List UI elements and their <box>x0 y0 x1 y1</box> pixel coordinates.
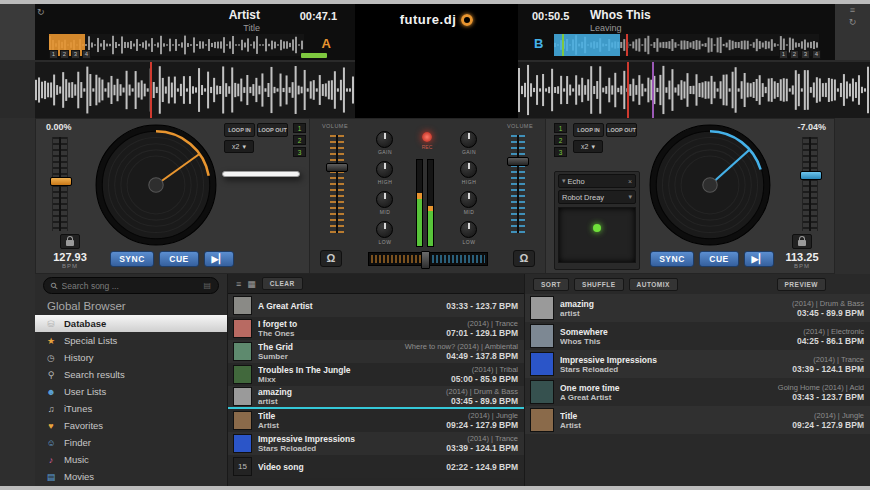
crossfader-handle[interactable] <box>421 251 430 269</box>
sidebar-item[interactable]: ⛁ Database <box>35 315 227 332</box>
deck-a-volume-handle[interactable] <box>326 163 348 172</box>
keylock-button[interactable] <box>60 234 80 249</box>
close-icon[interactable]: × <box>628 178 632 185</box>
table-row[interactable]: amazing artist (2014) | Drum & Bass 03:4… <box>228 386 524 409</box>
fx-slot-2-select[interactable]: Robot Dreay ▾ <box>558 190 636 204</box>
sync-button[interactable]: SYNC <box>650 251 694 267</box>
menu-icon[interactable]: ≡ <box>236 279 241 289</box>
track-list: A Great Artist 03:33 - 123.7 BPM I forge… <box>228 294 524 478</box>
low-eq-knob-a[interactable] <box>376 221 393 238</box>
deck-b-volume-handle[interactable] <box>507 157 529 166</box>
sidebar-item[interactable]: ♥ Favorites <box>35 417 227 434</box>
play-pause-button[interactable]: ▶▏ <box>744 251 774 267</box>
cue-slot-2[interactable]: 2 <box>554 135 567 145</box>
loop-out-button[interactable]: LOOP OUT <box>606 123 637 137</box>
track-artist: Artist <box>258 421 440 430</box>
fx-xy-pad[interactable] <box>558 207 636 263</box>
mid-eq-knob-b[interactable] <box>460 191 477 208</box>
clear-button[interactable]: CLEAR <box>262 277 303 290</box>
crossfader[interactable] <box>368 252 488 266</box>
loop-in-button[interactable]: LOOP IN <box>573 123 604 137</box>
sidebar-item[interactable]: ♪ Music <box>35 451 227 468</box>
deck-a-scroll-waveform[interactable] <box>35 62 355 118</box>
hotcue-4-button[interactable]: 4 <box>812 50 821 59</box>
table-row[interactable]: Title Artist (2014) | Jungle 09:24 - 127… <box>525 406 870 434</box>
table-row[interactable]: Somewhere Whos This (2014) | Electronic … <box>525 322 870 350</box>
refresh-icon[interactable]: ↻ <box>37 6 45 18</box>
search-filter-icon[interactable]: ▤ <box>203 281 211 290</box>
table-row[interactable]: One more time A Great Artist Going Home … <box>525 378 870 406</box>
hotcue-1-button[interactable]: 1 <box>49 50 58 59</box>
hotcue-3-button[interactable]: 3 <box>801 50 810 59</box>
fx-slot-1-select[interactable]: ▾ Echo × <box>558 174 636 188</box>
mid-eq-knob-a[interactable] <box>376 191 393 208</box>
high-eq-knob-a[interactable] <box>376 161 393 178</box>
search-input[interactable] <box>62 281 200 291</box>
gain-knob-b[interactable] <box>460 131 477 148</box>
loop-multiplier-select[interactable]: x2 ▾ <box>573 140 603 153</box>
play-pause-button[interactable]: ▶▏ <box>204 251 234 267</box>
table-row[interactable]: Title Artist (2014) | Jungle 09:24 - 127… <box>228 409 524 432</box>
search-box: ⚲ ▤ <box>43 277 219 294</box>
table-row[interactable]: Impressive Impressions Stars Reloaded (2… <box>228 432 524 455</box>
cue-slot-2[interactable]: 2 <box>293 135 306 145</box>
cue-slot-3[interactable]: 3 <box>293 147 306 157</box>
cue-slot-1[interactable]: 1 <box>293 123 306 133</box>
table-row[interactable]: Impressive Impressions Stars Reloaded (2… <box>525 350 870 378</box>
refresh-icon[interactable]: ↻ <box>835 16 870 28</box>
headphones-cue-a-button[interactable]: Ω <box>320 250 342 267</box>
loop-multiplier-select[interactable]: x2 ▾ <box>224 140 254 153</box>
sidebar-item[interactable]: ▤ Movies <box>35 468 227 485</box>
sync-button[interactable]: SYNC <box>110 251 154 267</box>
table-row[interactable]: I forget to The Ones (2014) | Trance 07:… <box>228 317 524 340</box>
table-row[interactable]: amazing artist (2014) | Drum & Bass 03:4… <box>525 294 870 322</box>
right-rail: ≡ ↻ <box>835 4 870 60</box>
table-row[interactable]: 15 Video song 02:22 - 124.9 BPM <box>228 455 524 478</box>
automix-button[interactable]: AUTOMIX <box>629 278 678 291</box>
loop-in-button[interactable]: LOOP IN <box>224 123 255 137</box>
deck-a-volume-fader[interactable] <box>330 135 344 233</box>
cue-button[interactable]: CUE <box>159 251 199 267</box>
preview-button[interactable]: PREVIEW <box>777 278 826 291</box>
cue-slot-1[interactable]: 1 <box>554 123 567 133</box>
sidebar-item[interactable]: ★ Special Lists <box>35 332 227 349</box>
sidebar-item[interactable]: ♫ iTunes <box>35 400 227 417</box>
headphones-cue-b-button[interactable]: Ω <box>513 250 535 267</box>
sidebar-item[interactable]: ☺ Finder <box>35 434 227 451</box>
sort-button[interactable]: SORT <box>533 278 569 291</box>
hotcue-2-button[interactable]: 2 <box>60 50 69 59</box>
table-row[interactable]: A Great Artist 03:33 - 123.7 BPM <box>228 294 524 317</box>
mixer-panel: VOLUME VOLUME GAIN REC GAIN HIGH HIGH MI… <box>310 118 545 274</box>
deck-b-pitch-handle[interactable] <box>800 171 822 180</box>
track-meta: (2014) | Tribal <box>472 365 518 374</box>
album-art <box>530 296 554 320</box>
shuffle-button[interactable]: SHUFFLE <box>574 278 623 291</box>
table-row[interactable]: Troubles In The Jungle Mixx (2014) | Tri… <box>228 363 524 386</box>
hotcue-2-button[interactable]: 2 <box>790 50 799 59</box>
hotcue-4-button[interactable]: 4 <box>82 50 91 59</box>
deck-b-volume-fader[interactable] <box>511 135 525 233</box>
rec-button[interactable] <box>422 132 432 142</box>
gain-knob-a[interactable] <box>376 131 393 148</box>
grid-view-icon[interactable]: ▦ <box>247 279 256 289</box>
sidebar-item[interactable]: ◷ History <box>35 349 227 366</box>
loop-out-button[interactable]: LOOP OUT <box>257 123 288 137</box>
deck-a-pitch-slider[interactable] <box>52 137 68 231</box>
table-row[interactable]: The Grid Sumber Where to now? (2014) | A… <box>228 340 524 363</box>
menu-icon[interactable]: ≡ <box>835 4 870 16</box>
hotcue-3-button[interactable]: 3 <box>71 50 80 59</box>
deck-a-pitch-handle[interactable] <box>50 177 72 186</box>
sidebar-item[interactable]: ⚲ Search results <box>35 366 227 383</box>
high-eq-knob-b[interactable] <box>460 161 477 178</box>
sidebar-item[interactable]: ☻ User Lists <box>35 383 227 400</box>
deck-b-pitch-slider[interactable] <box>802 137 818 231</box>
cue-button[interactable]: CUE <box>699 251 739 267</box>
film-icon: ▤ <box>45 472 57 482</box>
low-eq-knob-b[interactable] <box>460 221 477 238</box>
keylock-button[interactable] <box>792 234 812 249</box>
deck-b-jog-wheel[interactable] <box>648 123 772 247</box>
deck-a-jog-wheel[interactable] <box>94 123 218 247</box>
hotcue-1-button[interactable]: 1 <box>779 50 788 59</box>
deck-b-scroll-waveform[interactable] <box>518 62 870 118</box>
cue-slot-3[interactable]: 3 <box>554 147 567 157</box>
